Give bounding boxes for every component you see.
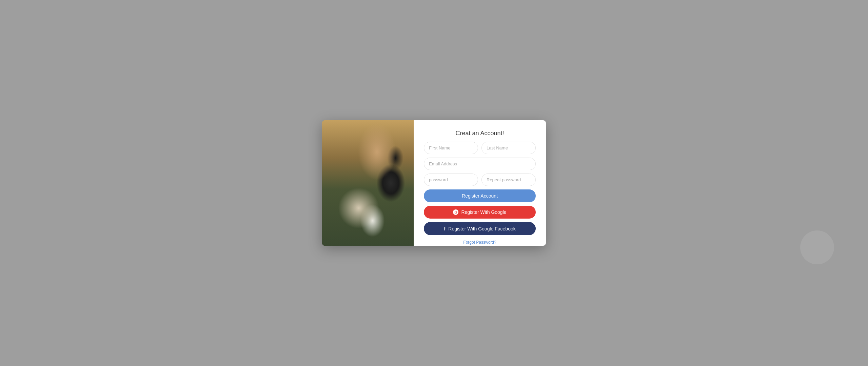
facebook-register-button[interactable]: f Register With Google Facebook <box>424 222 536 235</box>
password-input[interactable] <box>424 174 478 186</box>
facebook-icon: f <box>444 226 446 231</box>
image-panel <box>322 120 414 246</box>
background-decoration <box>800 230 834 264</box>
dog-image <box>322 120 414 246</box>
form-title: Creat an Account! <box>424 130 536 137</box>
facebook-button-label: Register With Google Facebook <box>448 226 515 231</box>
form-panel: Creat an Account! Register Account G Reg… <box>414 120 546 246</box>
last-name-input[interactable] <box>481 142 536 154</box>
first-name-input[interactable] <box>424 142 478 154</box>
google-icon: G <box>453 209 458 215</box>
repeat-password-input[interactable] <box>481 174 536 186</box>
register-button-label: Register Account <box>462 193 498 199</box>
forgot-password-link[interactable]: Forgot Password? <box>463 240 496 245</box>
password-row <box>424 174 536 186</box>
links-section: Forgot Password? Already have an account… <box>424 240 536 246</box>
email-input[interactable] <box>424 158 536 170</box>
google-button-label: Register With Google <box>461 209 506 215</box>
register-button[interactable]: Register Account <box>424 189 536 202</box>
name-row <box>424 142 536 154</box>
registration-modal: Creat an Account! Register Account G Reg… <box>322 120 546 246</box>
google-register-button[interactable]: G Register With Google <box>424 206 536 219</box>
